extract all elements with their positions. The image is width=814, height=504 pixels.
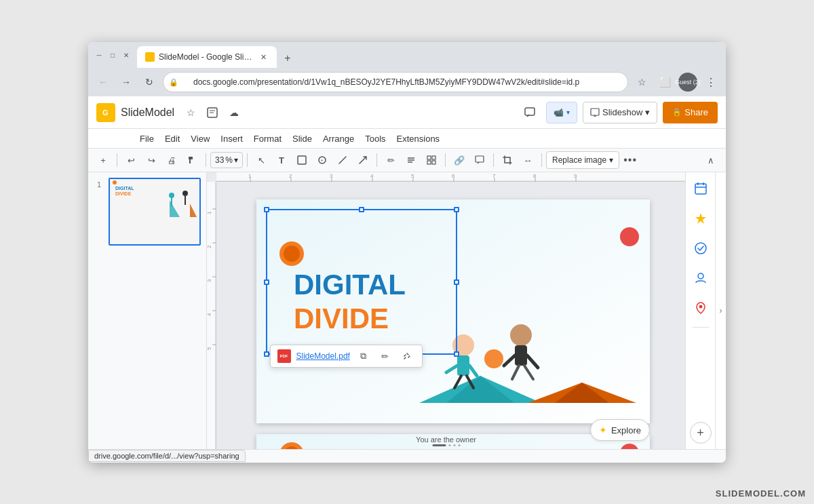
slide-page-1[interactable]: DIGITAL DIVIDE <box>256 199 650 423</box>
undo-button[interactable]: ↩ <box>121 151 140 170</box>
svg-point-65 <box>452 334 474 356</box>
pdf-filename[interactable]: SlideModel.pdf <box>296 351 350 361</box>
print-button[interactable]: 🖨 <box>162 151 181 170</box>
sidebar-maps-icon[interactable] <box>690 297 712 319</box>
slide-thumb-inner: DIGITAL DIVIDE <box>110 179 199 244</box>
menu-format[interactable]: Format <box>248 131 287 147</box>
svg-point-24 <box>182 191 188 196</box>
toolbar: + ↩ ↪ 🖨 33 % ▾ ↖ T <box>88 148 726 172</box>
menu-bar: File Edit View Insert Format Slide Arran… <box>88 129 726 148</box>
redo-button[interactable]: ↪ <box>142 151 161 170</box>
svg-rect-5 <box>525 108 535 115</box>
cloud-save-button[interactable]: ☁ <box>226 104 242 121</box>
cursor-tool[interactable]: ↖ <box>252 151 271 170</box>
svg-point-22 <box>169 193 174 198</box>
toolbar-separator-7 <box>541 153 542 167</box>
pdf-copy-button[interactable]: ⧉ <box>355 348 372 364</box>
replace-image-button[interactable]: Replace image ▾ <box>546 151 619 169</box>
zoom-value: 33 <box>215 155 224 165</box>
svg-text:9: 9 <box>574 173 577 179</box>
shape-tool[interactable] <box>292 151 311 170</box>
add-button[interactable]: + <box>94 151 113 170</box>
scroll-indicators <box>432 444 460 446</box>
toolbar-collapse-button[interactable]: ∧ <box>701 151 720 170</box>
screen-capture-button[interactable]: ⬜ <box>655 73 674 92</box>
explore-label: Explore <box>611 425 641 435</box>
header-right: 📹 ▾ Slideshow ▾ 🔒 Share <box>519 102 718 123</box>
back-button[interactable]: ← <box>94 73 113 92</box>
menu-edit[interactable]: Edit <box>159 131 185 147</box>
sidebar-add-button[interactable]: + <box>690 422 712 444</box>
text-tool[interactable]: T <box>272 151 291 170</box>
drive-button[interactable] <box>204 104 220 121</box>
main-content: 1 DIGITAL DIVIDE <box>88 172 726 449</box>
sidebar-contacts-icon[interactable] <box>690 267 712 289</box>
browser-more-button[interactable]: ⋮ <box>701 73 720 92</box>
owner-text: You are the owner <box>416 435 476 444</box>
vertical-ruler: 1 2 3 4 5 <box>207 182 216 449</box>
slide-thumbnail[interactable]: DIGITAL DIVIDE <box>109 178 201 246</box>
sidebar-keep-icon[interactable] <box>690 208 712 229</box>
explore-button[interactable]: ✦ Explore <box>590 419 650 441</box>
tab-close-button[interactable]: ✕ <box>258 52 269 62</box>
svg-text:4: 4 <box>207 313 212 316</box>
paint-format-button[interactable] <box>182 151 201 170</box>
svg-marker-21 <box>180 203 197 217</box>
svg-text:DIGITAL: DIGITAL <box>294 269 406 301</box>
close-button[interactable]: ✕ <box>121 50 132 60</box>
toolbar-more-button[interactable]: ••• <box>621 151 640 170</box>
menu-extensions[interactable]: Extensions <box>391 131 446 147</box>
menu-insert[interactable]: Insert <box>215 131 248 147</box>
svg-text:6: 6 <box>452 173 455 179</box>
reflect-tool[interactable]: ↔ <box>518 151 537 170</box>
svg-marker-20 <box>159 200 180 217</box>
canvas-expand-button[interactable]: › <box>715 172 726 449</box>
more-shapes-button[interactable]: + <box>313 151 332 170</box>
align-tool[interactable] <box>402 151 421 170</box>
forward-button[interactable]: → <box>117 73 136 92</box>
menu-arrange[interactable]: Arrange <box>317 131 360 147</box>
minimize-button[interactable]: ─ <box>94 50 104 60</box>
canvas-area[interactable]: 1 2 3 4 5 6 <box>207 172 685 449</box>
new-tab-button[interactable]: + <box>278 49 297 68</box>
address-bar: ← → ↻ 🔒 docs.google.com/presentation/d/1… <box>88 68 726 96</box>
sidebar-tasks-icon[interactable] <box>690 237 712 259</box>
menu-tools[interactable]: Tools <box>360 131 391 147</box>
bookmark-button[interactable]: ☆ <box>632 73 651 92</box>
menu-view[interactable]: View <box>185 131 215 147</box>
slideshow-label: Slideshow <box>602 107 642 117</box>
grid-tool[interactable] <box>422 151 441 170</box>
address-input[interactable]: 🔒 docs.google.com/presentation/d/1Vw1q_n… <box>163 72 628 92</box>
sidebar-calendar-icon[interactable] <box>690 178 712 199</box>
active-tab[interactable]: SlideModel - Google Slides ✕ <box>137 46 277 68</box>
slideshow-button[interactable]: Slideshow ▾ <box>583 102 657 123</box>
arrow-tool[interactable] <box>353 151 372 170</box>
share-button[interactable]: 🔒 Share <box>663 102 718 123</box>
line-tool[interactable] <box>333 151 352 170</box>
link-button[interactable]: 🔗 <box>450 151 469 170</box>
share-lock-icon: 🔒 <box>672 108 682 117</box>
svg-rect-15 <box>427 156 431 159</box>
bottom-url-tooltip: drive.google.com/file/d/.../view?usp=sha… <box>88 450 246 462</box>
menu-slide[interactable]: Slide <box>287 131 317 147</box>
replace-image-label: Replace image <box>552 155 606 165</box>
zoom-control[interactable]: 33 % ▾ <box>210 152 243 168</box>
slide-panel: 1 DIGITAL DIVIDE <box>88 172 207 449</box>
pdf-unlink-button[interactable] <box>399 348 415 364</box>
star-button[interactable]: ☆ <box>182 104 199 121</box>
profile-button[interactable]: Guest (2) <box>678 73 697 92</box>
app-title: SlideModel <box>121 106 174 119</box>
pen-tool[interactable]: ✏ <box>381 151 400 170</box>
refresh-button[interactable]: ↻ <box>140 73 159 92</box>
comment-button[interactable] <box>519 102 541 123</box>
crop-tool[interactable] <box>498 151 517 170</box>
toolbar-separator-4 <box>376 153 377 167</box>
pdf-edit-button[interactable]: ✏ <box>377 348 393 364</box>
maximize-button[interactable]: □ <box>107 50 118 60</box>
menu-file[interactable]: File <box>134 131 159 147</box>
svg-text:+: + <box>321 158 324 163</box>
toolbar-separator-2 <box>206 153 206 167</box>
comment-tool[interactable] <box>470 151 489 170</box>
browser-window: ─ □ ✕ SlideModel - Google Slides ✕ + ← →… <box>88 42 726 463</box>
meet-button[interactable]: 📹 ▾ <box>546 102 577 123</box>
